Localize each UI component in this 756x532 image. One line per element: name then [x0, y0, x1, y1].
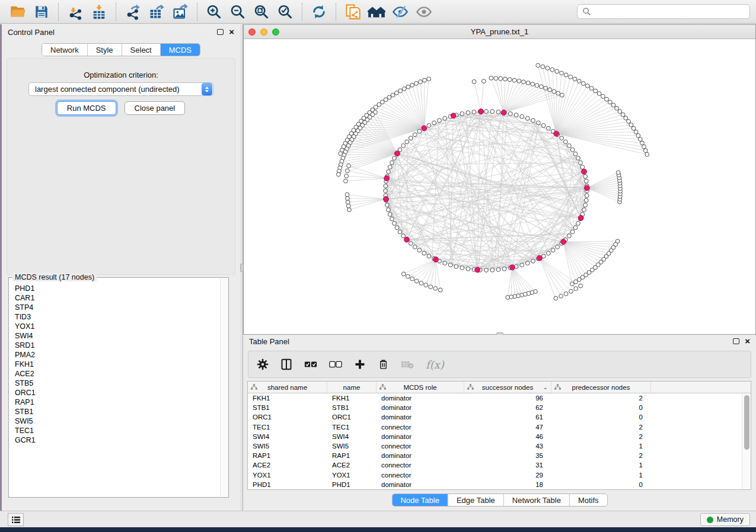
mcds-result-item[interactable]: SRD1 [15, 341, 219, 350]
network-node[interactable] [573, 152, 578, 156]
mcds-network-node[interactable] [585, 185, 590, 191]
network-node[interactable] [496, 110, 500, 114]
zoom-out-icon[interactable] [228, 2, 248, 22]
network-node[interactable] [496, 268, 500, 272]
network-graph[interactable] [244, 39, 755, 334]
network-node[interactable] [438, 288, 442, 292]
table-row[interactable]: FKH1FKH1dominator962 [248, 393, 742, 403]
tab-network[interactable]: Network [42, 44, 87, 56]
table-row[interactable]: ACE2ACE2connector311 [248, 460, 742, 470]
network-node[interactable] [460, 112, 464, 116]
tab-node-table[interactable]: Node Table [392, 494, 448, 506]
network-node[interactable] [472, 79, 476, 84]
table-cell[interactable]: TEC1 [327, 424, 377, 431]
network-node[interactable] [484, 268, 489, 273]
column-header-successor-nodes[interactable]: successor nodes⌄ [464, 382, 551, 393]
network-node[interactable] [422, 251, 426, 255]
import-network-icon[interactable] [65, 2, 85, 22]
network-canvas[interactable] [244, 39, 755, 334]
table-cell[interactable]: dominator [377, 395, 464, 402]
network-node[interactable] [388, 213, 392, 217]
float-table-panel-icon[interactable] [733, 338, 739, 344]
network-node[interactable] [427, 123, 431, 127]
network-node[interactable] [536, 63, 540, 68]
table-row[interactable]: YOX1YOX1connector291 [248, 470, 742, 480]
network-node[interactable] [546, 251, 550, 255]
network-node[interactable] [585, 84, 589, 88]
network-node[interactable] [494, 76, 498, 81]
network-node[interactable] [576, 222, 580, 226]
network-node[interactable] [525, 261, 529, 265]
network-node[interactable] [601, 94, 605, 98]
mcds-network-node[interactable] [422, 126, 427, 131]
table-cell[interactable]: ACE2 [327, 462, 377, 469]
network-node[interactable] [541, 123, 546, 127]
network-node[interactable] [520, 263, 524, 267]
table-cell[interactable]: dominator [377, 404, 464, 411]
network-node[interactable] [574, 287, 578, 291]
network-node[interactable] [433, 287, 438, 291]
mcds-list-scrollbar[interactable] [220, 278, 228, 496]
mcds-result-item[interactable]: SWI4 [15, 331, 219, 341]
mcds-network-node[interactable] [451, 113, 456, 118]
network-node[interactable] [643, 149, 647, 153]
network-node[interactable] [413, 133, 417, 137]
sort-chevron-icon[interactable]: ⌄ [543, 384, 548, 390]
network-node[interactable] [583, 174, 588, 178]
table-cell[interactable]: PHD1 [248, 481, 327, 488]
table-cell[interactable]: FKH1 [248, 395, 327, 402]
mcds-result-item[interactable]: PHD1 [15, 284, 219, 293]
mcds-result-list[interactable]: PHD1CAR1STP4TID3YOX1SWI4SRD1PMA2FKH1ACE2… [9, 283, 219, 496]
table-cell[interactable]: 96 [464, 395, 551, 402]
network-node[interactable] [569, 289, 573, 293]
network-node[interactable] [419, 80, 423, 84]
network-node[interactable] [520, 114, 524, 118]
network-node[interactable] [423, 78, 427, 82]
mcds-result-item[interactable]: TEC1 [15, 426, 219, 435]
network-node[interactable] [546, 66, 550, 70]
network-node[interactable] [460, 266, 464, 270]
table-cell[interactable]: 2 [551, 452, 651, 459]
network-node[interactable] [567, 144, 572, 148]
hide-graphics-details-icon[interactable] [390, 2, 410, 22]
network-node[interactable] [506, 296, 510, 300]
network-node[interactable] [556, 245, 560, 249]
table-cell[interactable]: 62 [464, 404, 551, 411]
mcds-result-item[interactable]: STB1 [15, 407, 219, 416]
network-node[interactable] [514, 113, 518, 117]
network-node[interactable] [584, 179, 588, 183]
network-node[interactable] [384, 189, 388, 193]
save-session-icon[interactable] [31, 2, 52, 22]
show-graphics-details-icon[interactable] [414, 2, 434, 22]
network-node[interactable] [535, 84, 539, 88]
export-network-icon[interactable] [123, 2, 143, 22]
network-node[interactable] [560, 71, 564, 75]
table-cell[interactable]: dominator [377, 452, 464, 459]
run-mcds-button[interactable]: Run MCDS [57, 101, 116, 115]
network-node[interactable] [390, 161, 394, 165]
table-cell[interactable]: SWI4 [248, 433, 327, 440]
tab-style[interactable]: Style [87, 44, 122, 56]
export-table-icon[interactable] [146, 2, 167, 22]
table-cell[interactable]: ACE2 [248, 462, 327, 469]
network-node[interactable] [502, 267, 506, 271]
mcds-result-item[interactable]: STP4 [15, 303, 219, 312]
network-node[interactable] [432, 121, 436, 125]
network-node[interactable] [579, 284, 583, 288]
network-node[interactable] [508, 78, 512, 82]
network-node[interactable] [490, 110, 495, 114]
table-cell[interactable]: TEC1 [248, 424, 327, 431]
mcds-result-item[interactable]: GCR1 [15, 435, 219, 445]
table-scrollbar[interactable] [742, 393, 751, 489]
zoom-in-icon[interactable] [204, 2, 224, 22]
network-node[interactable] [554, 296, 558, 300]
network-node[interactable] [550, 68, 554, 72]
network-node[interactable] [490, 268, 495, 272]
network-node[interactable] [466, 111, 470, 115]
network-node[interactable] [567, 234, 572, 238]
network-node[interactable] [409, 136, 413, 140]
network-node[interactable] [344, 174, 349, 178]
table-row[interactable]: RAP1RAP1dominator352 [248, 451, 742, 460]
mcds-result-item[interactable]: FKH1 [15, 360, 219, 369]
network-node[interactable] [347, 164, 351, 168]
